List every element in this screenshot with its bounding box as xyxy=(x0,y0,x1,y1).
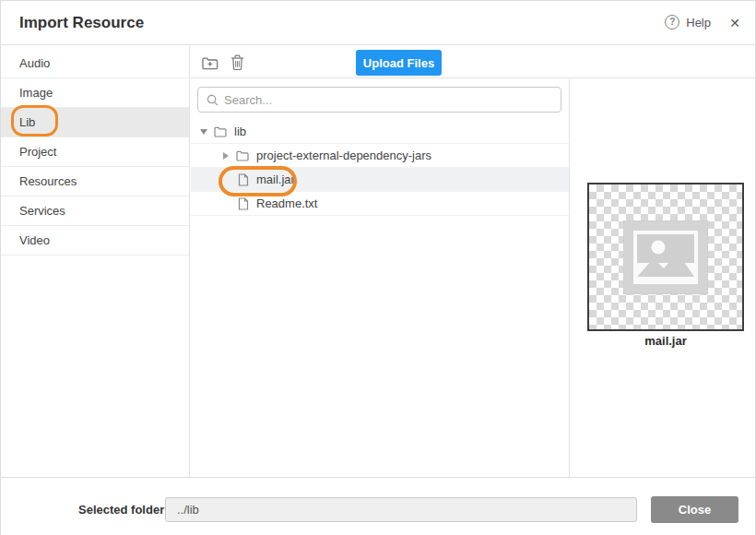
tree-row-label: project-external-dependency-jars xyxy=(256,149,431,162)
new-folder-button[interactable] xyxy=(199,53,219,73)
import-resource-dialog: Import Resource ? Help ✕ Audio Image Lib… xyxy=(0,0,756,535)
tree-row-readme-txt[interactable]: Readme.txt xyxy=(191,192,569,216)
caret-right-icon[interactable] xyxy=(221,152,230,160)
file-browser-panel: lib project-external-dependency-jars mai… xyxy=(191,79,570,477)
tree-row-project-external-dependency-jars[interactable]: project-external-dependency-jars xyxy=(191,144,569,168)
help-button[interactable]: ? Help xyxy=(665,15,711,30)
sidebar-item-project[interactable]: Project xyxy=(1,137,189,167)
question-mark-icon: ? xyxy=(665,15,679,30)
file-icon xyxy=(238,173,249,186)
tree-row-label: Readme.txt xyxy=(256,196,317,210)
sidebar-item-image[interactable]: Image xyxy=(1,78,189,108)
sidebar-item-audio[interactable]: Audio xyxy=(1,49,189,78)
help-label: Help xyxy=(686,16,711,30)
file-toolbar: Upload Files xyxy=(191,46,756,78)
image-placeholder-icon xyxy=(623,220,708,294)
trash-icon xyxy=(230,54,244,71)
caret-down-icon[interactable] xyxy=(199,129,208,135)
selected-folder-label: Selected folder: xyxy=(78,497,169,522)
new-folder-icon xyxy=(201,55,219,71)
file-preview xyxy=(587,183,744,331)
tree-row-label: lib xyxy=(234,125,246,138)
tree-row-mail-jar[interactable]: mail.jar xyxy=(191,168,569,192)
close-icon[interactable]: ✕ xyxy=(729,15,740,31)
preview-filename: mail.jar xyxy=(587,334,744,348)
sidebar-item-lib[interactable]: Lib xyxy=(1,108,189,137)
sidebar-item-video[interactable]: Video xyxy=(1,226,189,256)
upload-files-button[interactable]: Upload Files xyxy=(356,50,442,76)
tree-row-lib[interactable]: lib xyxy=(191,120,569,144)
selected-folder-input[interactable] xyxy=(165,497,637,522)
search-icon xyxy=(207,94,219,106)
sidebar-item-resources[interactable]: Resources xyxy=(1,167,189,196)
dialog-footer: Selected folder: Close xyxy=(1,477,755,535)
folder-icon xyxy=(236,150,249,161)
close-button[interactable]: Close xyxy=(651,496,738,523)
dialog-header: Import Resource ? Help ✕ xyxy=(1,1,755,45)
file-icon xyxy=(238,197,249,210)
page-title: Import Resource xyxy=(19,14,144,32)
folder-icon xyxy=(214,126,227,137)
sidebar-item-services[interactable]: Services xyxy=(1,196,189,226)
delete-button[interactable] xyxy=(227,53,247,73)
category-sidebar: Audio Image Lib Project Resources Servic… xyxy=(1,46,190,477)
search-box xyxy=(197,87,561,113)
file-tree: lib project-external-dependency-jars mai… xyxy=(191,120,569,216)
search-input[interactable] xyxy=(224,93,561,107)
tree-row-label: mail.jar xyxy=(256,172,295,186)
